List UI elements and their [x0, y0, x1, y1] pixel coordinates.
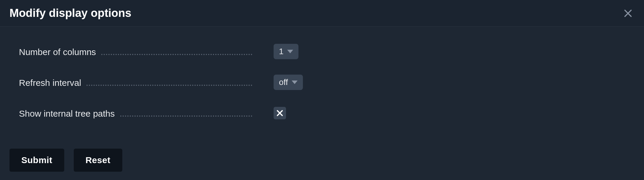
columns-dropdown[interactable]: 1 [274, 44, 298, 59]
field-label-wrap: Number of columns [19, 46, 256, 57]
field-row-tree-paths: Show internal tree paths [19, 105, 625, 121]
dialog-title: Modify display options [9, 7, 131, 20]
field-row-columns: Number of columns 1 [19, 43, 625, 60]
dotted-leader [86, 77, 252, 86]
x-icon [276, 109, 284, 117]
chevron-down-icon [292, 81, 298, 84]
field-label-wrap: Refresh interval [19, 77, 256, 88]
field-label-wrap: Show internal tree paths [19, 108, 256, 119]
dialog-header: Modify display options [0, 0, 644, 27]
field-label: Refresh interval [19, 78, 81, 88]
field-control [274, 107, 286, 119]
close-button[interactable] [621, 7, 635, 20]
field-label: Number of columns [19, 47, 96, 57]
field-label: Show internal tree paths [19, 109, 115, 119]
dotted-leader [120, 108, 252, 117]
field-row-refresh: Refresh interval off [19, 74, 625, 91]
dialog-footer: Submit Reset [9, 149, 122, 172]
refresh-dropdown[interactable]: off [274, 75, 303, 90]
dialog-content: Number of columns 1 Refresh interval off… [0, 27, 644, 121]
field-control: 1 [274, 44, 298, 59]
dropdown-value: 1 [279, 47, 284, 56]
tree-paths-checkbox[interactable] [274, 107, 286, 119]
dotted-leader [101, 46, 252, 55]
chevron-down-icon [287, 50, 293, 53]
close-icon [623, 8, 633, 19]
dropdown-value: off [279, 78, 288, 87]
submit-button[interactable]: Submit [9, 149, 64, 172]
reset-button[interactable]: Reset [74, 149, 122, 172]
field-control: off [274, 75, 303, 90]
